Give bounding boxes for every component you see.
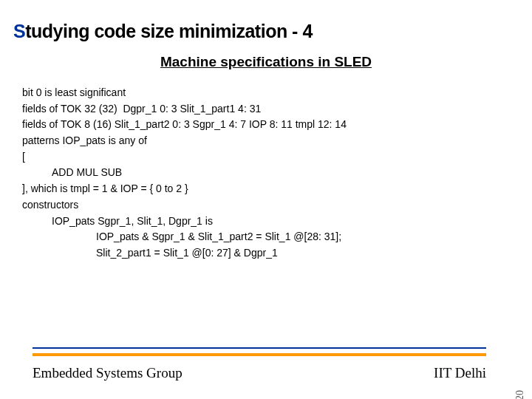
- footer-right-text: IIT Delhi: [434, 365, 486, 381]
- footer-left-text: Embedded Systems Group: [33, 365, 183, 381]
- code-line: fields of TOK 8 (16) Slit_1_part2 0: 3 S…: [22, 117, 532, 133]
- code-line: constructors: [22, 197, 532, 214]
- code-line: patterns IOP_pats is any of: [22, 133, 532, 149]
- slide-number: Slide 20: [514, 390, 526, 399]
- code-line: bit 0 is least significant: [22, 85, 532, 101]
- code-line: ADD MUL SUB: [22, 165, 532, 181]
- code-line: ], which is tmpl = 1 & IOP = { 0 to 2 }: [22, 181, 532, 197]
- footer-divider: [33, 347, 486, 356]
- slide-title: Studying code size minimization - 4: [13, 21, 532, 42]
- body-content: bit 0 is least significant fields of TOK…: [22, 85, 532, 262]
- code-line: IOP_pats & Sgpr_1 & Slit_1_part2 = Slit_…: [22, 229, 532, 245]
- title-accent-letter: S: [13, 21, 25, 41]
- code-line: Slit_2_part1 = Slit_1 @[0: 27] & Dgpr_1: [22, 245, 532, 262]
- code-line: IOP_pats Sgpr_1, Slit_1, Dgpr_1 is: [22, 214, 532, 230]
- title-text: tudying code size minimization - 4: [25, 21, 313, 41]
- code-line: [: [22, 149, 532, 166]
- slide-subtitle: Machine specifications in SLED: [0, 54, 532, 70]
- code-line: fields of TOK 32 (32) Dgpr_1 0: 3 Slit_1…: [22, 101, 532, 117]
